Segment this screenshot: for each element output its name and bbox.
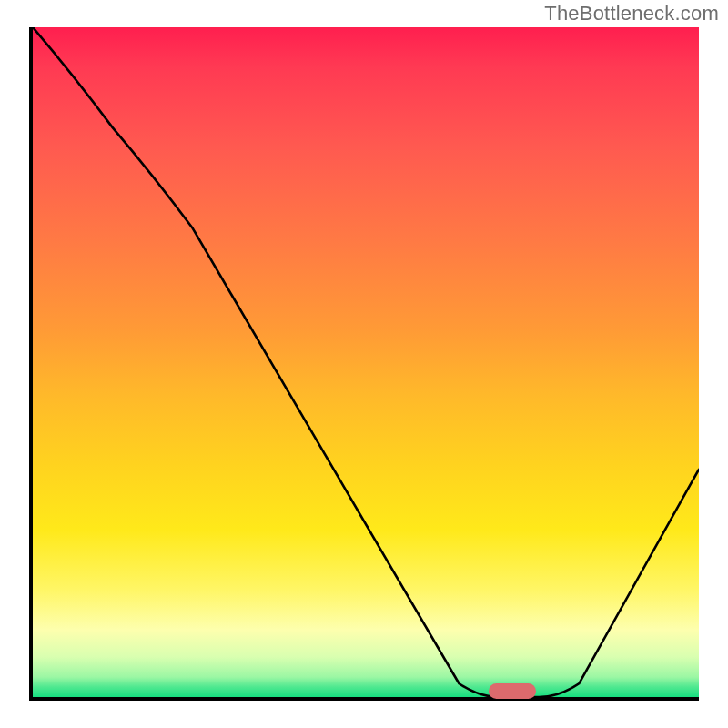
plot-background-gradient (33, 27, 699, 697)
plot-area (29, 27, 699, 701)
chart-root: TheBottleneck.com (0, 0, 728, 728)
watermark-text: TheBottleneck.com (544, 2, 719, 25)
optimal-region-marker (489, 683, 535, 699)
